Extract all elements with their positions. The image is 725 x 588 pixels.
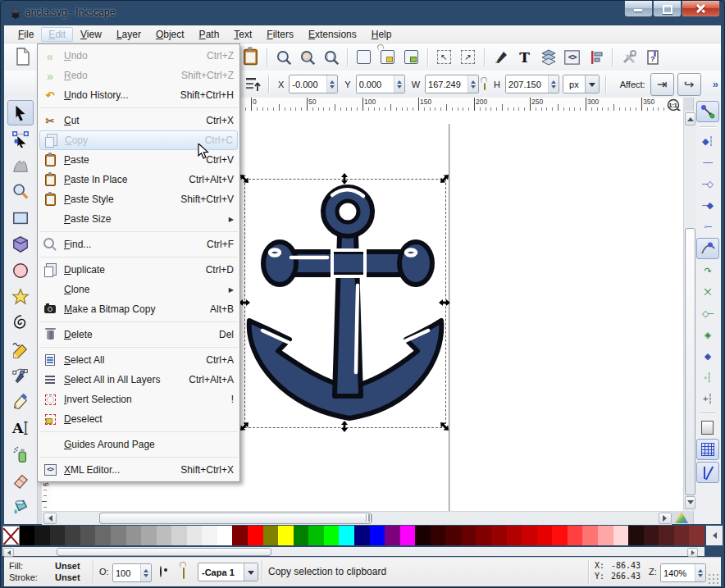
palette-swatch[interactable] [2, 526, 20, 545]
tool-rectangle[interactable] [7, 205, 34, 230]
palette-swatch[interactable] [308, 526, 324, 545]
zoom-drawing-button[interactable] [297, 47, 317, 68]
selection-handle-w[interactable] [239, 297, 250, 308]
snap-bbox-midpoints-button[interactable]: ┄◆ [697, 195, 718, 215]
opacity-input[interactable] [113, 564, 140, 581]
palette-swatch[interactable] [415, 526, 431, 545]
palette-scroll-thumb[interactable] [57, 548, 271, 556]
snap-guides-button[interactable] [696, 462, 719, 483]
zoom-page-button[interactable] [321, 47, 341, 68]
tool-select[interactable] [7, 100, 34, 125]
text-dialog-button[interactable]: T [514, 47, 535, 68]
ungroup-button[interactable]: ↗ [458, 47, 478, 68]
x-input[interactable] [290, 75, 326, 93]
tool-spray[interactable] [7, 441, 34, 467]
scroll-right-button[interactable] [659, 513, 672, 524]
w-input[interactable] [426, 75, 467, 93]
scroll-up-button[interactable] [685, 112, 695, 125]
palette-swatch[interactable] [674, 526, 690, 545]
x-spin-arrows[interactable] [326, 75, 337, 93]
fill-value[interactable]: Unset [55, 561, 80, 571]
menu-item-duplicate[interactable]: DuplicateCtrl+D [38, 260, 239, 280]
palette-swatch[interactable] [370, 526, 385, 545]
menu-item-select-all[interactable]: Select AllCtrl+A [38, 350, 239, 370]
palette-swatch[interactable] [644, 526, 659, 545]
clone-button[interactable] [377, 47, 398, 68]
palette-swatch[interactable] [278, 526, 294, 545]
menu-item-xml-editor[interactable]: XML Editor...Shift+Ctrl+X [38, 460, 239, 480]
selection-handle-e[interactable] [439, 297, 450, 308]
align-dialog-button[interactable] [586, 47, 606, 68]
horizontal-scroll-thumb[interactable] [99, 513, 372, 524]
layers-dialog-button[interactable] [538, 47, 559, 68]
selection-handle-s[interactable] [339, 421, 350, 432]
palette-swatch[interactable] [476, 526, 491, 545]
menu-item-select-all-layers[interactable]: Select All in All LayersCtrl+Alt+A [38, 370, 239, 390]
palette-swatch[interactable] [431, 526, 446, 545]
palette-swatch[interactable] [461, 526, 476, 545]
menu-item-make-bitmap-copy[interactable]: Make a Bitmap CopyAlt+B [38, 299, 239, 319]
h-input[interactable] [506, 75, 548, 93]
palette-swatch[interactable] [294, 526, 309, 545]
menu-item-find[interactable]: Find...Ctrl+F [38, 235, 239, 254]
menu-help[interactable]: Help [364, 27, 399, 42]
palette-swatch[interactable] [232, 526, 248, 545]
snap-cusp-nodes-button[interactable]: ◇┄ [697, 303, 718, 323]
tool-text[interactable]: A [7, 415, 34, 440]
menu-text[interactable]: Text [226, 27, 259, 42]
snap-bbox-corners-button[interactable]: ┄◇ [697, 174, 718, 194]
menu-item-undo[interactable]: «UndoCtrl+Z [38, 46, 239, 66]
palette-swatch[interactable] [522, 526, 537, 545]
palette-swatch[interactable] [339, 526, 354, 545]
unlink-clone-button[interactable] [401, 47, 422, 68]
menu-item-delete[interactable]: DeleteDel [38, 325, 239, 344]
new-document-button[interactable] [12, 46, 33, 67]
opacity-spin-arrows[interactable] [140, 564, 151, 581]
scrollbar-grip[interactable] [363, 513, 375, 522]
layer-dropdown[interactable]: -Capa 1 [198, 563, 258, 581]
vertical-scroll-thumb[interactable] [685, 228, 695, 495]
tool-tweak[interactable] [7, 153, 34, 178]
menu-item-invert-selection[interactable]: Invert Selection! [38, 390, 239, 409]
palette-swatch[interactable] [537, 526, 553, 545]
menu-object[interactable]: Object [148, 27, 192, 42]
y-input[interactable] [357, 75, 394, 93]
palette-swatch[interactable] [613, 526, 629, 545]
menu-item-deselect[interactable]: Deselect [38, 409, 239, 429]
snap-smooth-nodes-button[interactable]: ◈ [697, 325, 718, 344]
menu-layer[interactable]: Layer [109, 27, 148, 42]
xml-editor-button[interactable] [562, 47, 582, 68]
maximize-button[interactable] [653, 1, 682, 17]
tool-eraser[interactable] [7, 467, 34, 493]
palette-swatch[interactable] [217, 526, 233, 545]
palette-swatch[interactable] [50, 526, 66, 545]
palette-swatch[interactable] [628, 526, 644, 545]
palette-swatch[interactable] [568, 526, 583, 545]
palette-swatch[interactable] [324, 526, 340, 545]
title-bar[interactable]: ancla.svg - Inkscape [1, 1, 724, 25]
w-spin-arrows[interactable] [467, 75, 478, 93]
snap-grids-button[interactable] [696, 439, 719, 460]
snap-page-border-button[interactable] [697, 417, 718, 437]
palette-swatch[interactable] [187, 526, 203, 545]
scroll-down-button[interactable] [685, 496, 695, 509]
horizontal-scrollbar[interactable] [42, 511, 672, 525]
layer-dropdown-arrow-icon[interactable] [244, 563, 258, 581]
palette-swatch[interactable] [491, 526, 507, 545]
menu-item-cut[interactable]: ✂CutCtrl+X [38, 111, 239, 130]
palette-swatch[interactable] [20, 526, 35, 545]
palette-swatch[interactable] [248, 526, 263, 545]
minimize-button[interactable] [624, 1, 653, 17]
palette-swatch[interactable] [659, 526, 674, 545]
menu-edit[interactable]: Edit [41, 27, 73, 42]
palette-swatch[interactable] [385, 526, 400, 545]
palette-swatch[interactable] [80, 526, 96, 545]
snap-object-centers-button[interactable]: ◦┆ [697, 367, 718, 387]
affect-transform-button[interactable]: ↪ [677, 73, 701, 96]
lock-ratio-icon[interactable] [484, 83, 486, 90]
window-resize-grip[interactable] [708, 573, 719, 585]
snap-bbox-edges-button[interactable]: ┄┄ [697, 153, 718, 172]
palette-swatch[interactable] [202, 526, 217, 545]
snap-rotation-centers-button[interactable]: +┆ [697, 389, 718, 408]
palette-swatch[interactable] [157, 526, 172, 545]
